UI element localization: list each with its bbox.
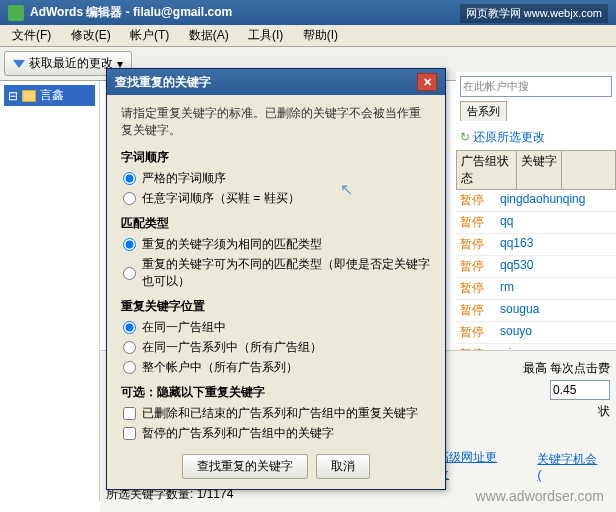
folder-icon: [22, 90, 36, 102]
app-logo-icon: [8, 5, 24, 21]
status-cell: 暂停: [456, 256, 496, 277]
status-cell: 暂停: [456, 212, 496, 233]
section-match-type: 匹配类型: [121, 215, 431, 232]
keyword-cell: souyo: [496, 322, 536, 343]
col-keyword[interactable]: 关键字: [517, 151, 562, 189]
radio-same-match[interactable]: [123, 238, 136, 251]
search-input[interactable]: 在此帐户中搜: [460, 76, 612, 97]
tree-item-label: 言鑫: [40, 87, 64, 104]
check-paused[interactable]: [123, 427, 136, 440]
menu-data[interactable]: 数据(A): [181, 26, 237, 44]
find-duplicate-keywords-dialog: 查找重复的关键字 ✕ 请指定重复关键字的标准。已删除的关键字不会被当作重复关键字…: [106, 68, 446, 490]
cancel-button[interactable]: 取消: [316, 454, 370, 479]
check-deleted-ended-label: 已删除和已结束的广告系列和广告组中的重复关键字: [142, 405, 418, 422]
radio-same-adgroup-label: 在同一广告组中: [142, 319, 226, 336]
get-changes-label: 获取最近的更改: [29, 55, 113, 72]
account-tree-sidebar: ⊟ 言鑫: [0, 81, 100, 501]
window-title: AdWords 编辑器 - filalu@gmail.com: [30, 4, 232, 21]
table-row[interactable]: 暂停qq530: [456, 256, 616, 278]
radio-whole-account[interactable]: [123, 361, 136, 374]
status-label: 状: [598, 403, 610, 420]
restore-changes-link[interactable]: 还原所选更改: [473, 130, 545, 144]
keyword-cell: qingdaohunqing: [496, 190, 589, 211]
table-row[interactable]: 暂停sougua: [456, 300, 616, 322]
check-paused-label: 暂停的广告系列和广告组中的关键字: [142, 425, 334, 442]
status-cell: 暂停: [456, 300, 496, 321]
status-cell: 暂停: [456, 234, 496, 255]
keyword-cell: qq163: [496, 234, 537, 255]
menubar: 文件(F) 修改(E) 帐户(T) 数据(A) 工具(I) 帮助(I): [0, 25, 616, 47]
table-header: 广告组状态 关键字: [456, 150, 616, 190]
radio-diff-match-label: 重复的关键字可为不同的匹配类型（即使是否定关键字也可以）: [142, 256, 431, 290]
table-row[interactable]: 暂停qq: [456, 212, 616, 234]
section-word-order: 字词顺序: [121, 149, 431, 166]
status-cell: 暂停: [456, 190, 496, 211]
find-duplicates-button[interactable]: 查找重复的关键字: [182, 454, 308, 479]
radio-whole-account-label: 整个帐户中（所有广告系列）: [142, 359, 298, 376]
dialog-title-text: 查找重复的关键字: [115, 74, 211, 91]
table-row[interactable]: 暂停qingdaohunqing: [456, 190, 616, 212]
table-row[interactable]: 暂停qq163: [456, 234, 616, 256]
keyword-cell: qq530: [496, 256, 537, 277]
menu-tools[interactable]: 工具(I): [240, 26, 291, 44]
menu-account[interactable]: 帐户(T): [122, 26, 177, 44]
watermark-top: 网页教学网 www.webjx.com: [460, 4, 608, 23]
refresh-icon: ↻: [460, 130, 470, 144]
check-deleted-ended[interactable]: [123, 407, 136, 420]
radio-same-adgroup[interactable]: [123, 321, 136, 334]
radio-same-campaign[interactable]: [123, 341, 136, 354]
status-cell: 暂停: [456, 322, 496, 343]
radio-strict-order-label: 严格的字词顺序: [142, 170, 226, 187]
tab-campaigns[interactable]: 告系列: [460, 101, 507, 121]
section-optional-hide: 可选：隐藏以下重复关键字: [121, 384, 431, 401]
radio-diff-match[interactable]: [123, 267, 136, 280]
bid-label: 最高 每次点击费: [523, 360, 610, 377]
keyword-cell: rm: [496, 278, 518, 299]
menu-edit[interactable]: 修改(E): [63, 26, 119, 44]
tree-item-account[interactable]: ⊟ 言鑫: [4, 85, 95, 106]
table-row[interactable]: 暂停souyo: [456, 322, 616, 344]
watermark-bottom: www.adwordser.com: [476, 488, 604, 504]
radio-any-order-label: 任意字词顺序（买鞋 = 鞋买）: [142, 190, 300, 207]
menu-file[interactable]: 文件(F): [4, 26, 59, 44]
radio-strict-order[interactable]: [123, 172, 136, 185]
menu-help[interactable]: 帮助(I): [295, 26, 346, 44]
minus-icon: ⊟: [8, 89, 18, 103]
cursor-icon: ↖: [340, 180, 353, 199]
radio-same-match-label: 重复的关键字须为相同的匹配类型: [142, 236, 322, 253]
link-keyword-opportunity[interactable]: 关键字机会(: [537, 451, 600, 482]
dialog-titlebar: 查找重复的关键字 ✕: [107, 69, 445, 95]
status-cell: 暂停: [456, 278, 496, 299]
radio-same-campaign-label: 在同一广告系列中（所有广告组）: [142, 339, 322, 356]
dialog-description: 请指定重复关键字的标准。已删除的关键字不会被当作重复关键字。: [121, 105, 431, 139]
keyword-cell: qq: [496, 212, 517, 233]
radio-any-order[interactable]: [123, 192, 136, 205]
col-adgroup-status[interactable]: 广告组状态: [457, 151, 517, 189]
keyword-cell: sougua: [496, 300, 543, 321]
close-button[interactable]: ✕: [417, 73, 437, 91]
section-location: 重复关键字位置: [121, 298, 431, 315]
max-cpc-input[interactable]: 0.45: [550, 380, 610, 400]
download-icon: [13, 60, 25, 68]
table-row[interactable]: 暂停rm: [456, 278, 616, 300]
link-advanced-url[interactable]: 高级网址更改: [437, 449, 507, 483]
